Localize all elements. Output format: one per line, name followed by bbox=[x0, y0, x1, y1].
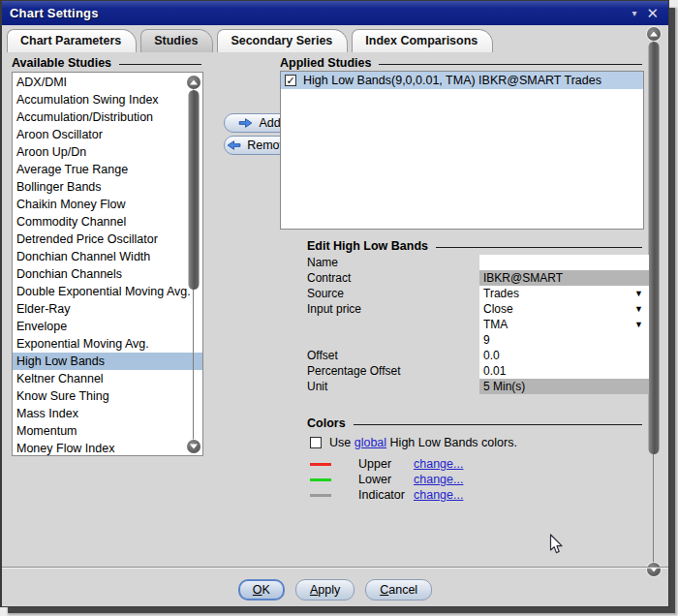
percentage-offset-field[interactable] bbox=[479, 363, 649, 379]
list-item[interactable]: Exponential Moving Avg. bbox=[13, 335, 202, 353]
use-global-label: Use global High Low Bands colors. bbox=[329, 436, 517, 449]
available-studies-label: Available Studies bbox=[12, 56, 111, 70]
indicator-change-link[interactable]: change... bbox=[414, 488, 463, 502]
indicator-color-row: Indicator change... bbox=[307, 487, 463, 503]
header-rule bbox=[379, 64, 642, 65]
period-field[interactable] bbox=[479, 332, 649, 348]
name-field[interactable] bbox=[479, 255, 649, 270]
edit-section-label: Edit High Low Bands bbox=[307, 239, 428, 253]
scroll-down-button[interactable] bbox=[187, 440, 200, 453]
list-item[interactable]: Donchian Channels bbox=[13, 265, 202, 283]
list-item[interactable]: Money Flow Index bbox=[13, 440, 202, 456]
list-item[interactable]: Know Sure Thing bbox=[13, 387, 202, 405]
list-item[interactable]: Aroon Up/Dn bbox=[13, 143, 202, 161]
header-rule bbox=[436, 247, 642, 248]
unit-field: 5 Min(s) bbox=[479, 379, 649, 394]
list-scrollbar[interactable] bbox=[186, 75, 201, 454]
contract-field: IBKR@SMART bbox=[479, 270, 649, 286]
field-label-input-price: Input price bbox=[307, 301, 479, 317]
list-item[interactable]: Chaikin Money Flow bbox=[13, 196, 202, 213]
cancel-rest: ancel bbox=[388, 583, 417, 597]
list-item[interactable]: Accumulation Swing Index bbox=[13, 91, 202, 108]
list-item[interactable]: Donchian Channel Width bbox=[13, 248, 202, 265]
ma-type-select[interactable]: TMA▼ bbox=[479, 317, 649, 332]
global-link[interactable]: global bbox=[354, 436, 386, 449]
scroll-down-button[interactable] bbox=[647, 563, 661, 576]
lower-change-link[interactable]: change... bbox=[414, 473, 463, 486]
ok-button[interactable]: OK bbox=[238, 579, 285, 601]
chevron-down-icon[interactable]: ▼ bbox=[634, 301, 643, 317]
scroll-up-icon bbox=[190, 80, 198, 85]
chevron-down-icon[interactable]: ▼ bbox=[634, 317, 643, 332]
header-rule bbox=[119, 64, 201, 65]
offset-input[interactable] bbox=[483, 348, 649, 363]
title-bar[interactable]: Chart Settings ▾ ✕ bbox=[2, 1, 668, 25]
list-item[interactable]: Mass Index bbox=[13, 405, 202, 422]
cancel-button[interactable]: Cancel bbox=[365, 579, 432, 601]
field-label-unit: Unit bbox=[307, 379, 479, 394]
apply-rest: pply bbox=[318, 583, 340, 597]
offset-field[interactable] bbox=[479, 348, 649, 363]
upper-change-link[interactable]: change... bbox=[414, 457, 463, 471]
use-global-colors-row: Use global High Low Bands colors. bbox=[310, 436, 517, 449]
tab-studies[interactable]: Studies bbox=[140, 29, 213, 52]
list-item[interactable]: Momentum bbox=[13, 422, 202, 440]
upper-color-label: Upper bbox=[358, 457, 414, 471]
tab-chart-parameters[interactable]: Chart Parameters bbox=[7, 29, 137, 52]
use-global-post-text: High Low Bands colors. bbox=[390, 436, 517, 449]
applied-studies-header: Applied Studies bbox=[280, 56, 644, 70]
upper-color-swatch bbox=[310, 463, 331, 466]
list-item[interactable]: Accumulation/Distribution bbox=[13, 108, 202, 126]
colors-section-header: Colors bbox=[307, 416, 644, 430]
checkbox-unchecked[interactable] bbox=[310, 437, 322, 448]
list-item-selected[interactable]: High Low Bands bbox=[13, 353, 202, 370]
scrollbar-thumb[interactable] bbox=[649, 42, 660, 454]
scroll-up-icon bbox=[650, 32, 658, 37]
header-rule bbox=[354, 424, 642, 425]
scroll-up-button[interactable] bbox=[187, 76, 200, 89]
input-price-value: Close bbox=[483, 302, 513, 316]
window-menu-icon[interactable]: ▾ bbox=[632, 8, 636, 18]
available-studies-list[interactable]: ADX/DMI Accumulation Swing Index Accumul… bbox=[12, 72, 203, 456]
percentage-offset-input[interactable] bbox=[483, 363, 649, 379]
list-item[interactable]: Double Exponential Moving Avg. bbox=[13, 283, 202, 300]
source-select[interactable]: Trades▼ bbox=[479, 286, 649, 301]
list-item[interactable]: Keltner Channel bbox=[13, 370, 202, 387]
period-input[interactable] bbox=[483, 332, 649, 348]
applied-study-row[interactable]: ✓ High Low Bands(9,0,0.01, TMA) IBKR@SMA… bbox=[281, 72, 643, 89]
list-item[interactable]: ADX/DMI bbox=[13, 74, 202, 91]
scroll-up-button[interactable] bbox=[647, 27, 661, 41]
list-item[interactable]: Envelope bbox=[13, 318, 202, 335]
list-item[interactable]: Elder-Ray bbox=[13, 300, 202, 318]
list-item[interactable]: Detrended Price Oscillator bbox=[13, 231, 202, 248]
field-label-blank bbox=[307, 317, 479, 332]
tab-index-comparisons[interactable]: Index Comparisons bbox=[352, 29, 493, 52]
chevron-down-icon[interactable]: ▼ bbox=[634, 286, 643, 301]
scroll-down-icon bbox=[650, 568, 658, 572]
edit-form: Name Contract IBKR@SMART Source Trades▼ … bbox=[307, 255, 649, 394]
indicator-color-swatch bbox=[310, 494, 331, 497]
indicator-color-label: Indicator bbox=[358, 488, 414, 502]
input-price-select[interactable]: Close▼ bbox=[479, 301, 649, 317]
cancel-mnemonic: C bbox=[380, 583, 388, 597]
name-input[interactable] bbox=[483, 255, 649, 270]
list-item[interactable]: Average True Range bbox=[13, 161, 202, 178]
tab-secondary-series[interactable]: Secondary Series bbox=[217, 29, 348, 52]
close-icon[interactable]: ✕ bbox=[646, 6, 659, 20]
list-item[interactable]: Commodity Channel bbox=[13, 213, 202, 231]
upper-color-row: Upper change... bbox=[307, 456, 463, 472]
scrollbar-thumb[interactable] bbox=[189, 90, 200, 290]
arrow-right-icon bbox=[238, 118, 253, 128]
applied-studies-list[interactable]: ✓ High Low Bands(9,0,0.01, TMA) IBKR@SMA… bbox=[280, 71, 644, 230]
source-value: Trades bbox=[483, 287, 519, 300]
ok-rest: K bbox=[262, 583, 270, 597]
list-item[interactable]: Bollinger Bands bbox=[13, 178, 202, 196]
arrow-left-icon bbox=[227, 140, 241, 150]
edit-section-header: Edit High Low Bands bbox=[307, 239, 644, 253]
field-label-name: Name bbox=[307, 255, 479, 270]
field-label-percentage-offset: Percentage Offset bbox=[307, 363, 479, 379]
list-item[interactable]: Aroon Oscillator bbox=[13, 126, 202, 143]
checkbox-checked[interactable]: ✓ bbox=[285, 75, 296, 86]
field-label-blank bbox=[307, 332, 479, 348]
apply-button[interactable]: Apply bbox=[295, 579, 354, 601]
